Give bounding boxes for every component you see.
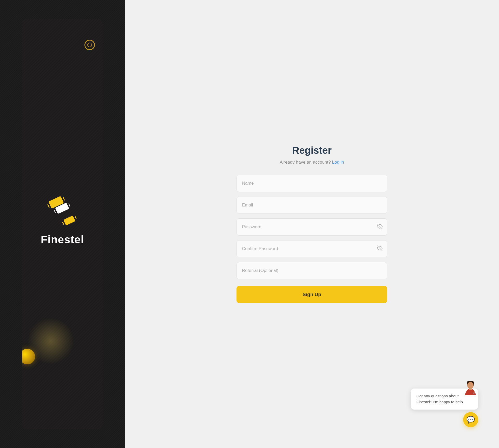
svg-rect-4	[469, 388, 472, 390]
chat-close-button[interactable]: ×	[473, 391, 475, 396]
password-field-wrapper	[237, 218, 387, 236]
register-form: Sign Up	[237, 175, 387, 303]
referral-field-wrapper	[237, 262, 387, 279]
left-panel: Finestel	[0, 0, 125, 448]
confirm-password-field-wrapper	[237, 240, 387, 257]
confirm-password-toggle-icon[interactable]	[377, 245, 383, 252]
email-input[interactable]	[237, 197, 387, 214]
login-link[interactable]: Log in	[332, 160, 344, 165]
name-input[interactable]	[237, 175, 387, 192]
logo-icon	[48, 197, 77, 226]
camera-decoration-icon	[84, 40, 95, 50]
left-card: Finestel	[22, 19, 103, 429]
password-toggle-icon[interactable]	[377, 224, 383, 231]
confirm-password-input[interactable]	[237, 240, 387, 257]
password-input[interactable]	[237, 218, 387, 236]
signup-button[interactable]: Sign Up	[237, 286, 387, 303]
chat-open-button[interactable]: 💬	[463, 412, 478, 427]
referral-input[interactable]	[237, 262, 387, 279]
register-title: Register	[292, 145, 332, 156]
email-field-wrapper	[237, 197, 387, 214]
svg-point-3	[467, 382, 474, 389]
register-container: Register Already have an account? Log in	[237, 145, 387, 303]
brand-name: Finestel	[41, 233, 84, 246]
name-field-wrapper	[237, 175, 387, 192]
logo-container: Finestel	[41, 197, 84, 246]
chat-bubble: × Got any questions about Finestel? I'm …	[411, 389, 478, 410]
chat-widget: × Got any questions about Finestel? I'm …	[411, 389, 478, 427]
login-prompt: Already have an account? Log in	[280, 160, 344, 165]
candle-3	[63, 215, 75, 225]
right-panel: Register Already have an account? Log in	[125, 0, 499, 448]
chat-icon: 💬	[467, 416, 475, 424]
